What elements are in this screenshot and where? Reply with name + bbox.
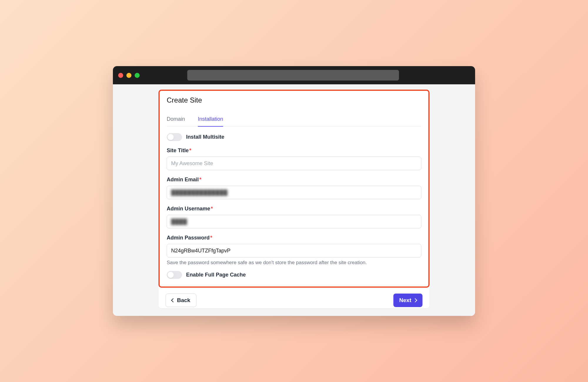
admin-username-label: Admin Username* (167, 206, 421, 212)
admin-email-label: Admin Email* (167, 177, 421, 183)
maximize-window-icon[interactable] (135, 73, 140, 78)
site-title-input[interactable] (167, 157, 421, 170)
window-controls (118, 73, 140, 78)
enable-cache-toggle[interactable] (167, 271, 182, 279)
password-help-text: Save the password somewhere safe as we d… (167, 260, 421, 266)
content-area: Create Site Domain Installation Install … (113, 84, 475, 316)
admin-email-input[interactable]: ██████████████ (167, 186, 421, 199)
enable-cache-row: Enable Full Page Cache (167, 271, 421, 279)
admin-password-field: Admin Password* (167, 235, 421, 257)
admin-email-field: Admin Email* ██████████████ (167, 177, 421, 199)
create-site-card: Create Site Domain Installation Install … (158, 90, 430, 308)
enable-cache-label: Enable Full Page Cache (186, 272, 246, 278)
browser-window: Create Site Domain Installation Install … (113, 66, 475, 316)
install-multisite-row: Install Multisite (167, 133, 421, 141)
close-window-icon[interactable] (118, 73, 123, 78)
back-button[interactable]: Back (166, 294, 196, 307)
admin-password-label: Admin Password* (167, 235, 421, 241)
chevron-left-icon (171, 298, 175, 302)
tabs: Domain Installation (167, 113, 421, 127)
chevron-right-icon (413, 298, 417, 302)
site-title-field: Site Title* (167, 148, 421, 170)
tab-domain[interactable]: Domain (167, 113, 185, 126)
admin-username-field: Admin Username* ████ (167, 206, 421, 228)
admin-username-input[interactable]: ████ (167, 215, 421, 228)
highlighted-panel: Create Site Domain Installation Install … (158, 90, 430, 288)
address-bar[interactable] (187, 70, 399, 81)
install-multisite-label: Install Multisite (186, 134, 224, 140)
browser-titlebar (113, 66, 475, 84)
site-title-label: Site Title* (167, 148, 421, 154)
minimize-window-icon[interactable] (126, 73, 131, 78)
admin-password-input[interactable] (167, 244, 421, 257)
page-title: Create Site (167, 96, 421, 104)
tab-installation[interactable]: Installation (198, 113, 223, 126)
card-footer: Back Next (158, 288, 430, 308)
install-multisite-toggle[interactable] (167, 133, 182, 141)
next-button[interactable]: Next (393, 294, 422, 307)
